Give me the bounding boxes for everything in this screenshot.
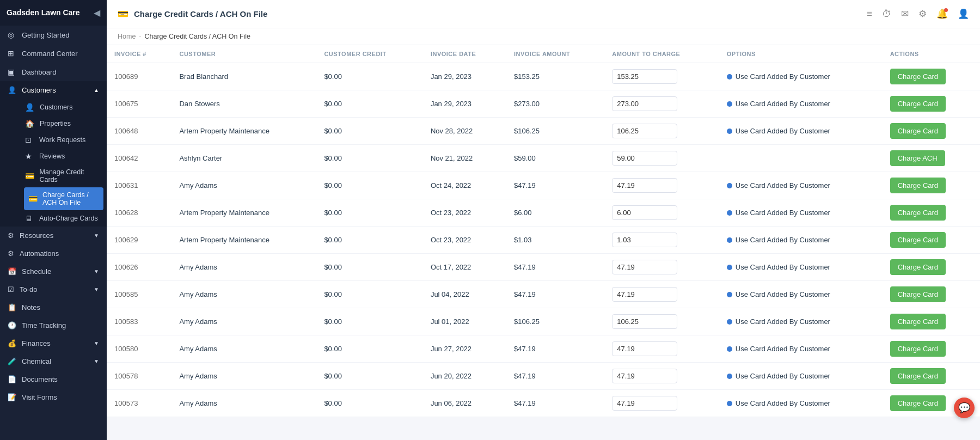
sidebar-item-visit-forms[interactable]: 📝 Visit Forms — [0, 388, 107, 406]
charge-amount-input[interactable] — [612, 96, 677, 111]
sidebar-item-schedule[interactable]: 📅 Schedule ▼ — [0, 262, 107, 280]
option-indicator — [727, 319, 732, 325]
cell-action: Charge Card — [883, 308, 980, 335]
charge-amount-input[interactable] — [612, 396, 677, 411]
sidebar-label: Schedule — [22, 267, 51, 276]
finances-icon: 💰 — [8, 339, 16, 347]
charge-amount-input[interactable] — [612, 124, 677, 138]
sidebar-item-resources[interactable]: ⚙ Resources ▼ — [0, 227, 107, 245]
sidebar-item-customers[interactable]: 👤 Customers ▲ — [0, 81, 107, 99]
charge-card-button[interactable]: Charge Card — [890, 96, 946, 112]
charge-amount-input[interactable] — [612, 369, 677, 383]
page-title: 💳 Charge Credit Cards / ACH On File — [118, 9, 267, 19]
charge-amount-input[interactable] — [612, 233, 677, 247]
cell-action: Charge Card — [883, 227, 980, 254]
option-indicator — [727, 292, 732, 297]
charge-card-button[interactable]: Charge Card — [890, 395, 946, 411]
option-text: Use Card Added By Customer — [736, 236, 830, 244]
sidebar-item-getting-started[interactable]: ◎ Getting Started — [0, 26, 107, 44]
sidebar-item-command-center[interactable]: ⊞ Command Center — [0, 44, 107, 63]
option-text: Use Card Added By Customer — [736, 127, 830, 135]
cell-option — [719, 145, 883, 172]
sidebar-item-auto-charge-cards[interactable]: 🖥 Auto-Charge Cards — [21, 210, 107, 227]
charge-card-button[interactable]: Charge Card — [890, 178, 946, 193]
forms-icon: 📝 — [8, 393, 16, 401]
col-amount: INVOICE AMOUNT — [506, 45, 604, 63]
cell-charge-input — [604, 227, 719, 254]
charge-amount-input[interactable] — [612, 178, 677, 193]
sidebar-item-chemical[interactable]: 🧪 Chemical ▼ — [0, 352, 107, 370]
charge-card-button[interactable]: Charge Card — [890, 286, 946, 302]
sidebar-item-charge-cards-ach[interactable]: 💳 Charge Cards / ACH On File — [24, 187, 103, 210]
cell-amount: $47.19 — [506, 172, 604, 199]
charge-card-button[interactable]: Charge Card — [890, 205, 946, 221]
workrequest-icon: ⊡ — [25, 136, 34, 144]
cell-invoice: 100583 — [107, 308, 171, 335]
cell-invoice: 100642 — [107, 145, 171, 172]
sidebar-label: Resources — [20, 231, 53, 240]
sidebar-item-reviews[interactable]: ★ Reviews — [21, 148, 107, 164]
settings-icon[interactable]: ⚙ — [918, 8, 927, 20]
cell-customer: Amy Adams — [171, 308, 316, 335]
sidebar-label: Automations — [20, 249, 59, 258]
sidebar-item-time-tracking[interactable]: 🕐 Time Tracking — [0, 316, 107, 334]
charge-amount-input[interactable] — [612, 260, 677, 274]
table-row: 100631 Amy Adams $0.00 Oct 24, 2022 $47.… — [107, 172, 980, 199]
charge-ach-button[interactable]: Charge ACH — [890, 150, 945, 166]
cell-option: Use Card Added By Customer — [719, 281, 883, 308]
sidebar-collapse-button[interactable]: ◀ — [94, 8, 100, 18]
message-icon[interactable]: ✉ — [901, 8, 909, 20]
charge-amount-input[interactable] — [612, 205, 677, 220]
sidebar-item-work-requests[interactable]: ⊡ Work Requests — [21, 132, 107, 148]
cell-date: Oct 23, 2022 — [423, 199, 506, 227]
charge-amount-input[interactable] — [612, 287, 677, 302]
sidebar-label: Documents — [22, 375, 58, 383]
charge-card-button[interactable]: Charge Card — [890, 232, 946, 248]
cell-charge-input — [604, 90, 719, 118]
star-icon: ★ — [25, 152, 34, 161]
cell-action: Charge Card — [883, 63, 980, 90]
sidebar-item-documents[interactable]: 📄 Documents — [0, 370, 107, 388]
option-text: Use Card Added By Customer — [736, 290, 830, 298]
cell-charge-input — [604, 363, 719, 390]
notes-icon: 📋 — [8, 303, 16, 311]
person-icon: 👤 — [25, 103, 34, 112]
cell-customer: Amy Adams — [171, 281, 316, 308]
charge-card-button[interactable]: Charge Card — [890, 69, 946, 84]
timer-icon[interactable]: ⏱ — [882, 9, 891, 20]
charge-amount-input[interactable] — [612, 341, 677, 356]
charge-card-button[interactable]: Charge Card — [890, 314, 946, 329]
cell-customer: Amy Adams — [171, 390, 316, 417]
col-actions: ACTIONS — [883, 45, 980, 63]
user-icon[interactable]: 👤 — [958, 8, 969, 20]
cell-date: Oct 17, 2022 — [423, 254, 506, 281]
sidebar-item-dashboard[interactable]: ▣ Dashboard — [0, 63, 107, 81]
sidebar-item-manage-credit-cards[interactable]: 💳 Manage Credit Cards — [21, 164, 107, 187]
cell-amount: $1.03 — [506, 227, 604, 254]
option-text: Use Card Added By Customer — [736, 209, 830, 217]
cell-action: Charge Card — [883, 254, 980, 281]
chat-button[interactable]: 💬 — [954, 398, 975, 418]
charge-amount-input[interactable] — [612, 69, 677, 84]
breadcrumb-home[interactable]: Home — [118, 33, 136, 40]
sidebar-item-finances[interactable]: 💰 Finances ▼ — [0, 334, 107, 352]
cell-credit: $0.00 — [316, 172, 423, 199]
charge-card-button[interactable]: Charge Card — [890, 259, 946, 275]
notification-icon[interactable]: 🔔 — [936, 8, 948, 20]
charge-amount-input[interactable] — [612, 151, 677, 166]
sidebar-item-notes[interactable]: 📋 Notes — [0, 298, 107, 316]
sidebar-label: Reviews — [39, 152, 65, 160]
menu-icon[interactable]: ≡ — [867, 9, 872, 20]
cell-option: Use Card Added By Customer — [719, 335, 883, 363]
sidebar-item-customers-sub[interactable]: 👤 Customers — [21, 99, 107, 115]
charge-card-button[interactable]: Charge Card — [890, 368, 946, 384]
charge-amount-input[interactable] — [612, 314, 677, 329]
table-row: 100642 Ashlyn Carter $0.00 Nov 21, 2022 … — [107, 145, 980, 172]
sidebar-item-automations[interactable]: ⚙ Automations — [0, 245, 107, 262]
cell-credit: $0.00 — [316, 254, 423, 281]
cell-option: Use Card Added By Customer — [719, 90, 883, 118]
charge-card-button[interactable]: Charge Card — [890, 123, 946, 139]
sidebar-item-todo[interactable]: ☑ To-do ▼ — [0, 280, 107, 298]
charge-card-button[interactable]: Charge Card — [890, 341, 946, 357]
sidebar-item-properties[interactable]: 🏠 Properties — [21, 115, 107, 132]
